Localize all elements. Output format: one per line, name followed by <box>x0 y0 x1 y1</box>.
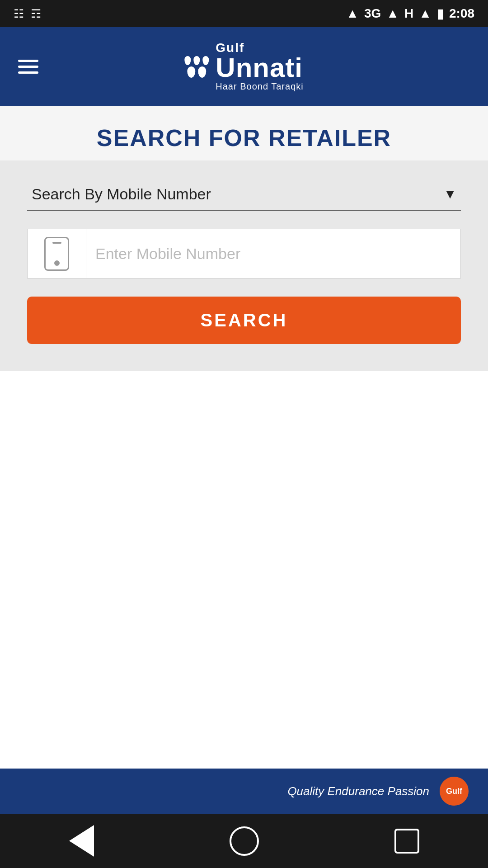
back-button[interactable] <box>63 823 99 859</box>
logo-text-container: Gulf Unnati Haar Boond Taraqki <box>216 42 303 92</box>
page-title-bar: SEARCH FOR RETAILER <box>0 106 488 160</box>
unnati-label: Unnati <box>216 54 303 81</box>
recents-icon <box>394 829 419 854</box>
app-header: Gulf Unnati Haar Boond Taraqki <box>0 27 488 106</box>
footer-tagline: Quality Endurance Passion <box>287 784 429 798</box>
mobile-number-input[interactable] <box>86 229 460 278</box>
results-content-area <box>0 371 488 769</box>
mobile-icon-box <box>28 229 86 278</box>
drops-icon <box>184 56 209 78</box>
status-bar: ☷ ☶ ▲ 3G ▲ H ▲ ▮ 2:08 <box>0 0 488 27</box>
hamburger-menu-button[interactable] <box>18 60 38 74</box>
app-logo: Gulf Unnati Haar Boond Taraqki <box>184 42 303 92</box>
navigation-bar <box>0 814 488 868</box>
tagline-label: Haar Boond Taraqki <box>216 81 303 92</box>
gulf-footer-logo: Gulf <box>438 775 470 807</box>
search-button[interactable]: SEARCH <box>27 297 461 344</box>
app-footer: Quality Endurance Passion Gulf <box>0 769 488 814</box>
status-icons-left: ☷ ☶ <box>14 7 41 21</box>
search-section: Search By Mobile Number ▼ SEARCH <box>0 160 488 371</box>
status-icons-right: ▲ 3G ▲ H ▲ ▮ 2:08 <box>346 6 474 21</box>
home-icon <box>230 826 259 856</box>
gulf-logo-text: Gulf <box>446 787 462 796</box>
chevron-down-icon: ▼ <box>444 187 456 202</box>
signal-icon: ▲ <box>386 6 399 21</box>
mobile-input-container <box>27 229 461 278</box>
battery-icon: ▮ <box>437 6 444 21</box>
image-icon: ☶ <box>31 7 41 21</box>
wifi-icon: ▲ <box>346 6 359 21</box>
search-type-dropdown[interactable]: Search By Mobile Number ▼ <box>27 179 461 211</box>
signal-icon-2: ▲ <box>419 6 432 21</box>
time-display: 2:08 <box>449 6 474 21</box>
back-icon <box>69 825 94 857</box>
carrier-label: H <box>404 6 413 21</box>
network-label: 3G <box>364 6 381 21</box>
page-title: SEARCH FOR RETAILER <box>9 124 479 151</box>
mobile-phone-icon <box>44 237 69 271</box>
dropdown-selected-label: Search By Mobile Number <box>32 185 211 203</box>
recents-button[interactable] <box>389 823 425 859</box>
home-button[interactable] <box>226 823 262 859</box>
document-icon: ☷ <box>14 7 24 21</box>
